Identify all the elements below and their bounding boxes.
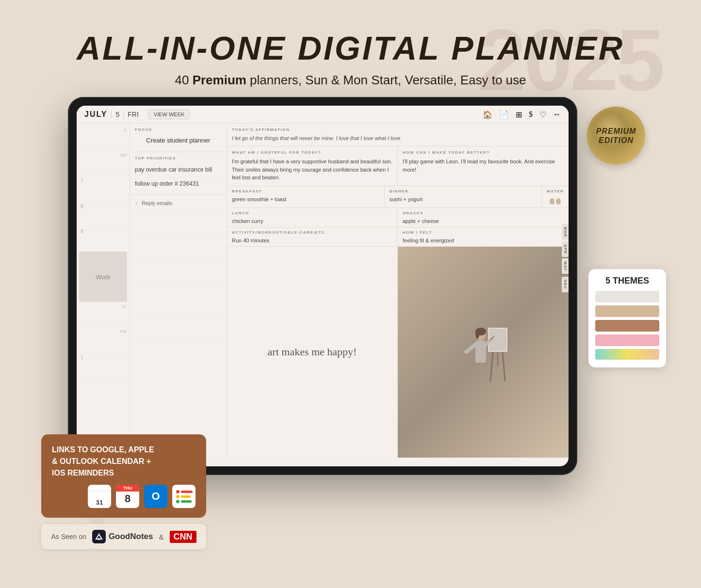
snacks-value: apple + cheese bbox=[403, 218, 564, 224]
title-part1: ALL-IN-ONE bbox=[77, 30, 287, 66]
felt-value: feeling fit & energized bbox=[403, 238, 564, 243]
tablet-frame: JULY 5 FRI VIEW WEEK 🏠 📄 ⊞ $ ♡ ↔ bbox=[68, 97, 577, 475]
affirmation-text: I let go of the things that will never b… bbox=[232, 135, 564, 142]
home-icon[interactable]: 🏠 bbox=[483, 110, 492, 119]
google-calendar-icon: 31 bbox=[88, 485, 111, 508]
month-tab-may[interactable]: MAY bbox=[562, 258, 569, 274]
month-label: JULY bbox=[84, 110, 107, 119]
reminder-line-2 bbox=[176, 495, 191, 498]
grateful-text: I'm grateful that I have a very supporti… bbox=[232, 158, 392, 182]
reminders-icon bbox=[172, 485, 196, 508]
quote-cell: art makes me happy! bbox=[227, 247, 398, 458]
month-tab-dec[interactable]: DEC bbox=[562, 277, 569, 292]
svg-line-3 bbox=[503, 352, 505, 381]
day-name: FRI bbox=[123, 111, 139, 118]
activity-value: Run 40 minutes bbox=[232, 238, 392, 243]
breakfast-cell: BREAKFAST green smoothie + toast bbox=[227, 186, 385, 207]
arrows-icon[interactable]: ↔ bbox=[553, 110, 561, 119]
grateful-better-row: WHAT AM I GRATEFUL FOR TODAY? I'm gratef… bbox=[227, 146, 569, 186]
svg-line-2 bbox=[490, 352, 493, 381]
art-image-cell bbox=[398, 247, 569, 458]
calendar-text: LINKS TO GOOGLE, APPLE & OUTLOOK CALENDA… bbox=[52, 444, 196, 479]
title-area: ALL-IN-ONE DIGITAL PLANNER 40 Premium pl… bbox=[0, 29, 701, 88]
month-tabs: MAR APR MAY DEC bbox=[562, 224, 569, 292]
work-block: Work bbox=[79, 252, 127, 302]
time-slot-12: 12 bbox=[77, 302, 130, 327]
premium-badge-text: PREMIUM EDITION bbox=[596, 127, 636, 145]
main-title: ALL-IN-ONE DIGITAL PLANNER bbox=[0, 29, 701, 67]
grateful-label: WHAT AM I GRATEFUL FOR TODAY? bbox=[232, 150, 392, 155]
goodnotes-icon bbox=[92, 530, 106, 543]
planner-header: JULY 5 FRI VIEW WEEK 🏠 📄 ⊞ $ ♡ ↔ bbox=[77, 106, 569, 124]
time-slot-6: 6 bbox=[77, 126, 130, 151]
quote-text: art makes me happy! bbox=[268, 345, 357, 360]
premium-badge: PREMIUM EDITION bbox=[587, 107, 645, 165]
goodnotes-text: GoodNotes bbox=[109, 532, 153, 541]
svg-line-7 bbox=[466, 345, 475, 352]
lunch-cell: LUNCH chicken curry bbox=[227, 208, 398, 227]
dollar-icon[interactable]: $ bbox=[529, 110, 533, 119]
better-box: HOW CAN I MAKE TODAY BETTER? I'll play g… bbox=[398, 146, 569, 186]
lunch-snacks-row: LUNCH chicken curry SNACKS apple + chees… bbox=[227, 208, 569, 227]
document-icon[interactable]: 📄 bbox=[499, 110, 509, 119]
priorities-label: TOP PRIORITIES bbox=[135, 156, 222, 160]
affirmation-box: TODAY'S AFFIRMATION I let go of the thin… bbox=[227, 124, 569, 146]
activity-cell: ACTIVITY/WORKOUT/SELF-CARE/ETC. Run 40 m… bbox=[227, 227, 398, 246]
focus-label: FOCUS bbox=[135, 127, 222, 132]
seen-on-text: As Seen on bbox=[51, 533, 86, 540]
better-label: HOW CAN I MAKE TODAY BETTER? bbox=[403, 150, 564, 155]
tablet-screen: JULY 5 FRI VIEW WEEK 🏠 📄 ⊞ $ ♡ ↔ bbox=[77, 106, 569, 466]
view-week-button[interactable]: VIEW WEEK bbox=[148, 110, 190, 119]
meals-row: BREAKFAST green smoothie + toast DINNER … bbox=[227, 186, 569, 208]
priority-1: pay overdue car insurance bill bbox=[135, 163, 222, 177]
seen-on-bar: As Seen on GoodNotes & CNN bbox=[41, 524, 206, 549]
month-tab-apr[interactable]: APR bbox=[562, 241, 569, 257]
empty-time-area bbox=[130, 211, 227, 458]
planner-body: 6 AM 7 8 9 10 Work 11 12 PM 1 bbox=[77, 124, 569, 458]
event-column: FOCUS Create student planner TOP PRIORIT… bbox=[130, 124, 227, 458]
snacks-label: SNACKS bbox=[403, 211, 564, 215]
svg-point-10 bbox=[475, 329, 479, 339]
focus-text: Create student planner bbox=[135, 135, 222, 148]
time-slot-1: 1 bbox=[77, 352, 130, 378]
water-drop-1 bbox=[550, 198, 554, 205]
lunch-value: chicken curry bbox=[232, 218, 392, 224]
outlook-icon: O bbox=[144, 485, 167, 508]
theme-swatch-3 bbox=[595, 320, 659, 332]
art-person-svg bbox=[454, 318, 512, 386]
title-part2: DIGITAL PLANNER bbox=[298, 30, 624, 66]
tablet-container: JULY 5 FRI VIEW WEEK 🏠 📄 ⊞ $ ♡ ↔ bbox=[68, 97, 577, 475]
theme-swatch-1 bbox=[595, 291, 659, 302]
water-label: WATER bbox=[547, 189, 564, 193]
water-cell: WATER bbox=[542, 186, 569, 207]
todo-item-1: ✓ Reply emails bbox=[135, 199, 222, 207]
breakfast-value: green smoothie + toast bbox=[232, 196, 379, 202]
snacks-cell: SNACKS apple + cheese bbox=[398, 208, 569, 227]
activity-label: ACTIVITY/WORKOUT/SELF-CARE/ETC. bbox=[232, 230, 392, 235]
affirmation-label: TODAY'S AFFIRMATION bbox=[232, 127, 564, 132]
header-icons: 🏠 📄 ⊞ $ ♡ ↔ bbox=[483, 110, 561, 119]
felt-cell: HOW I FELT feeling fit & energized bbox=[398, 227, 569, 246]
felt-label: HOW I FELT bbox=[403, 230, 564, 235]
cnn-logo: CNN bbox=[170, 531, 196, 543]
month-tab-mar[interactable]: MAR bbox=[562, 224, 569, 240]
time-slot-7: 7 bbox=[77, 176, 130, 201]
time-column: 6 AM 7 8 9 10 Work 11 12 PM 1 bbox=[77, 124, 130, 458]
time-slot-pm: PM bbox=[77, 327, 130, 352]
calendar-links-box: LINKS TO GOOGLE, APPLE & OUTLOOK CALENDA… bbox=[41, 434, 206, 518]
heart-icon[interactable]: ♡ bbox=[539, 110, 546, 119]
reminder-line-1 bbox=[176, 490, 193, 493]
apple-calendar-icon: THU 8 bbox=[116, 485, 139, 508]
themes-panel: 5 THEMES bbox=[588, 269, 666, 367]
dinner-value: sushi + yogurt bbox=[390, 196, 537, 202]
grid-icon[interactable]: ⊞ bbox=[516, 110, 522, 119]
priorities-box: TOP PRIORITIES pay overdue car insurance… bbox=[130, 152, 227, 194]
calendar-icons: 31 THU 8 O bbox=[52, 485, 196, 508]
quote-art-row: art makes me happy! bbox=[227, 247, 569, 458]
time-slot-9: 9 bbox=[77, 226, 130, 252]
water-drops bbox=[550, 198, 561, 205]
water-drop-2 bbox=[556, 198, 561, 205]
dinner-cell: DINNER sushi + yogurt bbox=[385, 186, 542, 207]
todo-section: ✓ Reply emails bbox=[130, 194, 227, 211]
separator: & bbox=[159, 533, 163, 541]
